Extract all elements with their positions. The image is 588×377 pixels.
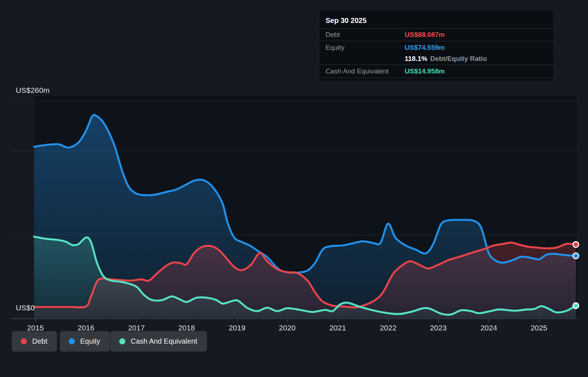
tooltip-cash-label: Cash And Equivalent <box>326 67 405 75</box>
tooltip-equity-label: Equity <box>326 44 405 52</box>
legend-item-cash[interactable]: Cash And Equivalent <box>110 331 207 352</box>
tooltip-row-equity: Equity US$74.559m <box>320 41 553 53</box>
legend-item-equity[interactable]: Equity <box>60 331 110 352</box>
chart-legend: Debt Equity Cash And Equivalent <box>0 331 588 352</box>
debt-equity-chart: US$260m US$0 2015 2016 2017 2018 2019 20… <box>0 0 588 377</box>
chart-tooltip: Sep 30 2025 Debt US$88.087m Equity US$74… <box>320 11 553 81</box>
tooltip-date: Sep 30 2025 <box>320 11 553 29</box>
y-axis-top-label: US$260m <box>16 86 50 95</box>
tooltip-ratio-label: Debt/Equity Ratio <box>430 55 487 63</box>
cash-series-dot-icon <box>119 338 125 344</box>
tooltip-debt-value: US$88.087m <box>405 31 445 39</box>
tooltip-ratio-value: 118.1% <box>405 55 427 63</box>
tooltip-row-cash: Cash And Equivalent US$14.958m <box>320 65 553 78</box>
tooltip-equity-value: US$74.559m <box>405 44 445 52</box>
tooltip-cash-value: US$14.958m <box>405 67 445 75</box>
tooltip-row-debt: Debt US$88.087m <box>320 29 553 41</box>
legend-item-debt[interactable]: Debt <box>12 331 57 352</box>
legend-cash-label: Cash And Equivalent <box>131 337 197 345</box>
tooltip-debt-label: Debt <box>326 31 405 39</box>
legend-equity-label: Equity <box>80 337 100 345</box>
debt-series-dot-icon <box>21 338 27 344</box>
equity-series-dot-icon <box>69 338 75 344</box>
y-axis-zero-label: US$0 <box>16 304 35 312</box>
legend-debt-label: Debt <box>32 337 47 345</box>
tooltip-row-ratio: 118.1% Debt/Equity Ratio <box>320 53 553 65</box>
